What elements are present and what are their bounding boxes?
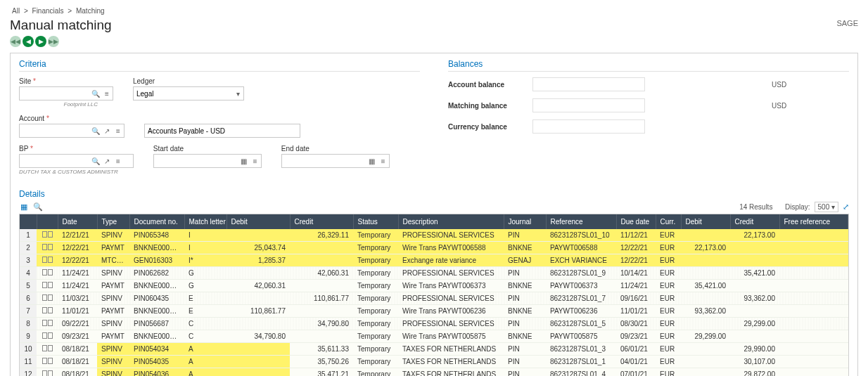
cell-docno[interactable]: BNKNE000078 <box>129 242 184 254</box>
cell-type[interactable]: SPINV <box>97 292 129 305</box>
cell-match[interactable]: C <box>184 318 226 330</box>
table-row[interactable]: 112/21/21SPINVPIN065348I26,329.11Tempora… <box>20 229 848 242</box>
cell-status[interactable]: Temporary <box>353 229 398 242</box>
cell-debit2[interactable] <box>681 343 730 356</box>
cell-due[interactable]: 11/24/21 <box>616 280 656 292</box>
cell-debit2[interactable]: 93,362.00 <box>681 305 730 318</box>
cell-desc[interactable]: PROFESSIONAL SERVICES <box>398 292 504 305</box>
cell-journal[interactable]: PIN <box>504 368 546 377</box>
cell-journal[interactable]: BNKNE <box>504 330 546 343</box>
table-row[interactable]: 809/22/21SPINVPIN056687C34,790.80Tempora… <box>20 318 848 330</box>
cell-date[interactable]: 11/01/21 <box>58 305 97 318</box>
cell-date[interactable]: 08/18/21 <box>58 356 97 368</box>
table-row[interactable]: 212/22/21PAYMTBNKNE000078I25,043.74Tempo… <box>20 242 848 254</box>
cell-free[interactable] <box>779 330 848 343</box>
search-icon[interactable]: 🔍 <box>90 127 101 135</box>
cell-ref[interactable]: PAYWT006588 <box>546 242 616 254</box>
row-number[interactable]: 5 <box>20 280 37 292</box>
cell-status[interactable]: Temporary <box>353 292 398 305</box>
grid-settings-icon[interactable]: ▦ <box>19 202 29 212</box>
last-record-icon[interactable]: ▶▶ <box>48 36 59 47</box>
col-15[interactable]: Credit <box>730 214 779 229</box>
cell-type[interactable]: SPINV <box>97 368 129 377</box>
cell-journal[interactable]: BNKNE <box>504 242 546 254</box>
cell-status[interactable]: Temporary <box>353 305 398 318</box>
cell-docno[interactable]: PIN060435 <box>129 292 184 305</box>
cell-match[interactable]: G <box>184 280 226 292</box>
row-number[interactable]: 2 <box>20 242 37 254</box>
col-9[interactable]: Description <box>398 214 504 229</box>
cell-credit2[interactable] <box>730 254 779 267</box>
cell-date[interactable]: 09/23/21 <box>58 330 97 343</box>
cell-desc[interactable]: PROFESSIONAL SERVICES <box>398 267 504 280</box>
col-16[interactable]: Free reference <box>779 214 848 229</box>
goto-icon[interactable]: ↗ <box>101 127 113 135</box>
cell-credit[interactable] <box>290 254 353 267</box>
cell-free[interactable] <box>779 356 848 368</box>
cell-type[interactable]: PAYMT <box>97 305 129 318</box>
row-number[interactable]: 4 <box>20 267 37 280</box>
row-number[interactable]: 3 <box>20 254 37 267</box>
ledger-select[interactable] <box>134 89 232 99</box>
cell-desc[interactable]: TAXES FOR NETHERLANDS <box>398 356 504 368</box>
cell-due[interactable]: 11/12/21 <box>616 229 656 242</box>
cell-desc[interactable]: TAXES FOR NETHERLANDS <box>398 368 504 377</box>
cell-status[interactable]: Temporary <box>353 318 398 330</box>
cell-date[interactable]: 11/24/21 <box>58 280 97 292</box>
cell-free[interactable] <box>779 242 848 254</box>
cell-free[interactable] <box>779 229 848 242</box>
details-grid[interactable]: DateTypeDocument no.Match letterDebitCre… <box>19 214 849 376</box>
account-input[interactable] <box>20 126 90 136</box>
cell-ref[interactable]: 86231287SL01_4 <box>546 368 616 377</box>
cell-free[interactable] <box>779 254 848 267</box>
cell-credit2[interactable]: 29,299.00 <box>730 318 779 330</box>
cell-date[interactable]: 12/22/21 <box>58 254 97 267</box>
cell-desc[interactable]: Wire Trans PAYWT006236 <box>398 305 504 318</box>
cell-due[interactable]: 07/01/21 <box>616 368 656 377</box>
prev-record-icon[interactable]: ◀ <box>23 36 34 47</box>
cell-status[interactable]: Temporary <box>353 280 398 292</box>
cell-credit[interactable]: 42,060.31 <box>290 267 353 280</box>
col-8[interactable]: Status <box>353 214 398 229</box>
row-actions-icon[interactable] <box>42 231 53 238</box>
cell-journal[interactable]: BNKNE <box>504 280 546 292</box>
cell-curr[interactable]: EUR <box>656 267 681 280</box>
cell-debit2[interactable] <box>681 267 730 280</box>
cell-credit[interactable] <box>290 280 353 292</box>
cell-debit[interactable] <box>226 368 290 377</box>
cell-ref[interactable]: PAYWT006373 <box>546 280 616 292</box>
cell-debit[interactable]: 42,060.31 <box>226 280 290 292</box>
col-1[interactable] <box>37 214 58 229</box>
cell-free[interactable] <box>779 280 848 292</box>
cell-curr[interactable]: EUR <box>656 254 681 267</box>
col-10[interactable]: Journal <box>504 214 546 229</box>
cell-match[interactable]: E <box>184 292 226 305</box>
col-0[interactable] <box>20 214 37 229</box>
cell-type[interactable]: PAYMT <box>97 280 129 292</box>
col-3[interactable]: Type <box>97 214 129 229</box>
list-icon[interactable]: ≡ <box>250 157 261 165</box>
goto-icon[interactable]: ↗ <box>101 157 113 165</box>
display-select[interactable]: 500 ▾ <box>815 202 838 212</box>
table-row[interactable]: 711/01/21PAYMTBNKNE000051E110,861.77Temp… <box>20 305 848 318</box>
cell-credit[interactable] <box>290 305 353 318</box>
row-actions[interactable] <box>37 267 58 280</box>
row-number[interactable]: 6 <box>20 292 37 305</box>
cell-journal[interactable]: PIN <box>504 318 546 330</box>
cell-curr[interactable]: EUR <box>656 330 681 343</box>
cell-credit2[interactable]: 30,107.00 <box>730 356 779 368</box>
cell-free[interactable] <box>779 292 848 305</box>
cell-type[interactable]: SPINV <box>97 229 129 242</box>
cell-match[interactable]: A <box>184 368 226 377</box>
col-14[interactable]: Debit <box>681 214 730 229</box>
cell-ref[interactable]: 86231287SL01_1 <box>546 356 616 368</box>
search-icon[interactable]: 🔍 <box>90 157 101 165</box>
cell-credit2[interactable]: 29,872.00 <box>730 368 779 377</box>
cell-type[interactable]: SPINV <box>97 356 129 368</box>
expand-icon[interactable]: ⤢ <box>843 202 849 212</box>
chevron-down-icon[interactable]: ▾ <box>232 90 243 98</box>
cell-docno[interactable]: PIN065348 <box>129 229 184 242</box>
cell-status[interactable]: Temporary <box>353 242 398 254</box>
cell-due[interactable]: 06/01/21 <box>616 343 656 356</box>
cell-date[interactable]: 08/18/21 <box>58 368 97 377</box>
